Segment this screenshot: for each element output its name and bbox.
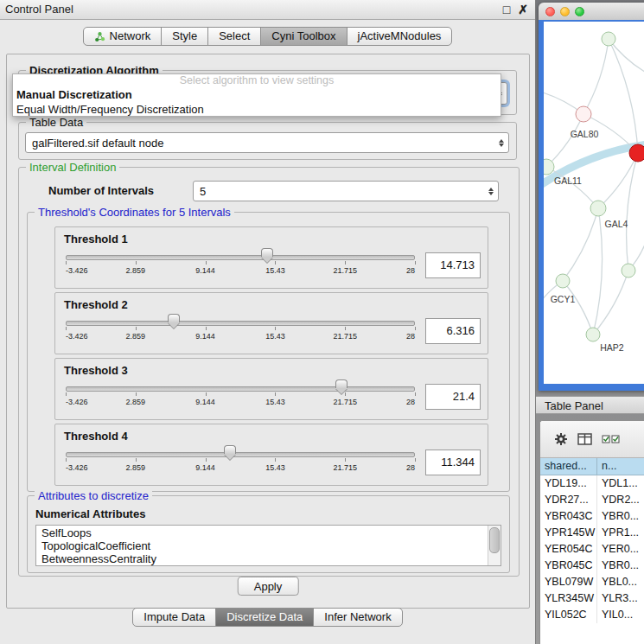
threshold-label: Threshold 3 [55,359,488,377]
table-cell: YPR1... [597,525,644,541]
list-scrollbar[interactable] [488,526,501,565]
axis-tick-label: 21.715 [333,266,357,275]
list-item-topologicalcoefficient[interactable]: TopologicalCoefficient [36,539,488,552]
axis-tick-label: 15.43 [265,266,285,275]
apply-button[interactable]: Apply [238,577,299,596]
network-edge [563,281,593,335]
bottom-tabs: Impute DataDiscretize DataInfer Network [0,608,535,627]
algorithm-options: Manual DiscretizationEqual Width/Frequen… [13,87,501,117]
threshold-label: Threshold 4 [55,424,488,443]
network-node-gal80[interactable] [576,106,591,122]
threshold-4-slider-thumb[interactable] [223,445,237,462]
table-data-combo[interactable]: galFiltered.sif default node [25,132,509,153]
node-label-gal80: GAL80 [571,129,599,139]
float-window-icon[interactable]: □ [503,1,510,18]
axis-tick-label: 2.859 [126,266,146,275]
table-row[interactable]: YPR145WYPR1... [540,525,644,541]
table-row[interactable]: YBL079WYBL0... [540,574,644,590]
table-column-header-2[interactable]: n... [597,458,644,475]
tab-select[interactable]: Select [207,27,261,46]
network-node-hap2[interactable] [586,328,600,341]
table-row[interactable]: YIL052CYIL0... [540,607,644,623]
thresholds-group: Threshold's Coordinates for 5 Intervals … [27,212,510,492]
table-cell: YBL079W [540,574,597,590]
axis-tick-label: 2.859 [126,463,146,472]
network-node-gcy1[interactable] [556,274,570,288]
table-cell: YIL0... [597,607,644,623]
threshold-3-value-field[interactable]: 21.4 [425,384,481,410]
threshold-2-value-field[interactable]: 6.316 [425,318,481,344]
tab-network[interactable]: Network [83,27,163,46]
threshold-2-slider[interactable] [66,320,415,327]
table-cell: YER0... [597,541,644,558]
number-of-intervals-value: 5 [194,185,484,198]
table-cell: YBR0... [597,558,644,574]
tab-jactivemnodules[interactable]: jActiveMNodules [347,27,453,46]
table-row[interactable]: YDR27...YDR2... [540,492,644,508]
main-tabs: NetworkStyleSelectCyni ToolboxjActiveMNo… [0,27,535,46]
gear-icon[interactable] [554,432,568,446]
algorithm-option-equal-width-frequency-discretization[interactable]: Equal Width/Frequency Discretization [13,102,501,117]
network-node[interactable] [602,32,615,46]
list-item-selfloops[interactable]: SelfLoops [36,526,488,539]
bottom-tab-impute-data[interactable]: Impute Data [132,608,216,627]
threshold-label: Threshold 2 [55,293,488,311]
threshold-1-slider-thumb[interactable] [260,248,274,265]
axis-tick-label: 9.144 [195,266,215,275]
combo-arrows-icon [494,139,508,147]
table-cell: YBR043C [540,508,597,525]
tab-cyni-toolbox[interactable]: Cyni Toolbox [260,27,347,46]
table-row[interactable]: YDL19...YDL1... [540,475,644,492]
axis-tick-label: 9.144 [195,398,215,406]
axis-tick-label: 21.715 [333,332,357,341]
numerical-attributes-list[interactable]: SelfLoopsTopologicalCoefficientBetweenne… [35,525,501,566]
threshold-1-slider[interactable] [66,254,415,261]
close-traffic-light-icon[interactable] [545,7,555,16]
threshold-4-slider[interactable] [66,451,415,458]
select-columns-checkboxes-icon[interactable] [602,434,621,444]
axis-tick-label: 9.144 [195,463,215,472]
zoom-traffic-light-icon[interactable] [575,7,584,16]
axis-tick-label: -3.426 [66,398,88,406]
algorithm-dropdown-popup: Select algorithm to view settings Manual… [12,73,501,117]
threshold-panel-4: Threshold 4-3.4262.8599.14415.4321.71528… [54,424,488,486]
scrollbar-thumb[interactable] [489,527,500,553]
axis-tick-label: 2.859 [126,398,146,406]
tab-label: Select [219,28,250,45]
threshold-2-slider-thumb[interactable] [167,314,181,330]
threshold-3-slider[interactable] [66,386,415,392]
network-node[interactable] [629,144,644,162]
close-icon[interactable]: ✗ [518,1,528,18]
tab-style[interactable]: Style [161,27,208,46]
bottom-tab-discretize-data[interactable]: Discretize Data [215,608,314,627]
network-node-gal4[interactable] [590,201,606,216]
number-of-intervals-label: Number of Intervals [48,184,154,197]
table-column-header-1[interactable]: shared... [540,458,597,475]
axis-tick-label: 21.715 [333,463,357,472]
threshold-panel-3: Threshold 3-3.4262.8599.14415.4321.71528… [54,358,488,420]
node-label-gal11: GAL11 [554,175,582,186]
list-item-betweennesscentrality[interactable]: BetweennessCentrality [36,552,488,565]
table-row[interactable]: YBR045CYBR0... [540,558,644,574]
network-node[interactable] [622,264,635,277]
columns-icon[interactable] [577,433,592,445]
table-row[interactable]: YER054CYER0... [540,541,644,558]
threshold-panel-1: Threshold 1-3.4262.8599.14415.4321.71528… [54,226,488,289]
bottom-tab-infer-network[interactable]: Infer Network [313,608,402,627]
control-panel-body: Discretization Algorithm Select algorith… [6,54,530,609]
threshold-1-value-field[interactable]: 14.713 [425,252,481,278]
table-header-row: shared...n... [540,458,644,475]
minimize-traffic-light-icon[interactable] [560,7,570,16]
algorithm-option-manual-discretization[interactable]: Manual Discretization [13,87,501,102]
threshold-4-value-field[interactable]: 11.344 [425,450,481,475]
table-cell: YLR3... [597,590,644,607]
table-row[interactable]: YBR043CYBR0... [540,508,644,525]
number-of-intervals-combo[interactable]: 5 [193,181,499,201]
threshold-3-slider-thumb[interactable] [335,379,348,396]
table-data-group-title: Table Data [26,116,86,129]
table-row[interactable]: YLR345WYLR3... [540,590,644,607]
axis-tick-label: 9.144 [195,332,215,341]
network-canvas[interactable]: GAL80GAL11GAL4GCY1HAP2 [544,22,644,384]
axis-tick-label: 15.43 [265,463,285,472]
network-view-window: GAL80GAL11GAL4GCY1HAP2 [539,3,644,391]
